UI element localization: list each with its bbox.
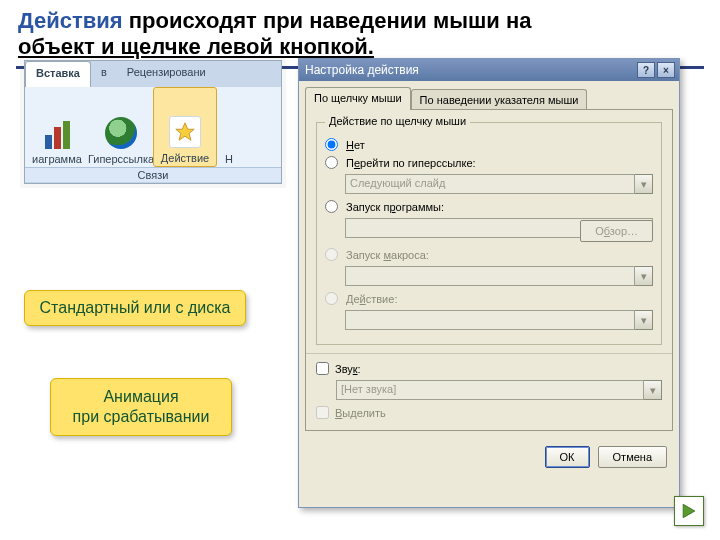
help-button[interactable]: ? — [637, 62, 655, 78]
ribbon-tab-2[interactable]: в — [91, 61, 117, 87]
ribbon-tab-insert[interactable]: Вставка — [25, 61, 91, 87]
check-highlight-input — [316, 406, 329, 419]
macro-combo: ▾ — [345, 266, 653, 286]
cancel-button[interactable]: Отмена — [598, 446, 667, 468]
hyperlink-combo[interactable]: Следующий слайд ▾ — [345, 174, 653, 194]
globe-icon — [105, 117, 137, 149]
radio-run-program[interactable]: Запуск программы: — [325, 200, 653, 213]
radio-none[interactable]: Нет — [325, 138, 653, 151]
radio-object-action: Действие: — [325, 292, 653, 305]
ribbon-button-chart[interactable]: иаграмма — [25, 87, 89, 167]
hyperlink-combo-field: Следующий слайд — [345, 174, 635, 194]
ribbon-tab-review[interactable]: Рецензировани — [117, 61, 216, 87]
radio-run-program-label: Запуск программы: — [346, 201, 444, 213]
object-action-combo: ▾ — [345, 310, 653, 330]
svg-marker-1 — [683, 504, 695, 517]
ribbon-screenshot: Вставка в Рецензировани иаграмма Гиперсс… — [24, 60, 282, 184]
radio-hyperlink-input[interactable] — [325, 156, 338, 169]
separator — [306, 353, 672, 354]
chart-icon — [41, 117, 73, 149]
radio-run-program-input[interactable] — [325, 200, 338, 213]
chevron-down-icon[interactable]: ▾ — [635, 174, 653, 194]
next-slide-button[interactable] — [674, 496, 704, 526]
close-button[interactable]: × — [657, 62, 675, 78]
chevron-down-icon: ▾ — [635, 310, 653, 330]
ribbon-group-label: Связи — [25, 167, 281, 182]
callout-standard: Стандартный или с диска — [24, 290, 246, 326]
groupbox-legend: Действие по щелчку мыши — [325, 115, 470, 127]
star-icon — [169, 116, 201, 148]
chevron-down-icon: ▾ — [635, 266, 653, 286]
callout-animation: Анимация при срабатывании — [50, 378, 232, 436]
radio-hyperlink[interactable]: Перейти по гиперссылке: — [325, 156, 653, 169]
ribbon-button-hyperlink-label: Гиперссылка — [88, 153, 154, 165]
radio-run-macro-label: Запуск макроса: — [346, 249, 429, 261]
tab-panel: Действие по щелчку мыши Нет Перейти по г… — [305, 109, 673, 431]
action-settings-dialog: Настройка действия ? × По щелчку мыши По… — [298, 58, 680, 508]
ribbon-button-action-label: Действие — [161, 152, 209, 164]
dialog-title: Настройка действия — [305, 63, 635, 77]
title-underlined: объект и щелчке левой кнопкой. — [18, 34, 374, 59]
ok-button[interactable]: ОК — [545, 446, 590, 468]
tab-on-hover[interactable]: По наведении указателя мыши — [411, 89, 588, 110]
radio-object-action-input — [325, 292, 338, 305]
ribbon-button-next-label: Н — [225, 153, 233, 165]
radio-object-action-label: Действие: — [346, 293, 397, 305]
ribbon-button-action[interactable]: Действие — [153, 87, 217, 167]
check-highlight: Выделить — [316, 406, 662, 419]
check-sound-input[interactable] — [316, 362, 329, 375]
radio-none-input[interactable] — [325, 138, 338, 151]
dialog-titlebar[interactable]: Настройка действия ? × — [299, 59, 679, 81]
page-title: Действия происходят при наведении мыши н… — [0, 0, 720, 62]
macro-combo-field — [345, 266, 635, 286]
svg-marker-0 — [176, 123, 194, 140]
ribbon-button-next[interactable]: Н — [217, 87, 241, 167]
radio-hyperlink-label: Перейти по гиперссылке: — [346, 157, 476, 169]
radio-run-macro-input — [325, 248, 338, 261]
check-sound-label: Звук: — [335, 363, 361, 375]
title-accent: Действия — [18, 8, 123, 33]
ribbon-button-chart-label: иаграмма — [32, 153, 82, 165]
sound-combo-field: [Нет звука] — [336, 380, 644, 400]
object-action-field — [345, 310, 635, 330]
arrow-right-icon — [679, 501, 699, 521]
browse-button[interactable]: Обзор… — [580, 220, 653, 242]
sound-combo[interactable]: [Нет звука] ▾ — [336, 380, 662, 400]
chevron-down-icon[interactable]: ▾ — [644, 380, 662, 400]
action-groupbox: Действие по щелчку мыши Нет Перейти по г… — [316, 122, 662, 345]
callout-animation-l1: Анимация — [103, 388, 178, 405]
tab-on-click[interactable]: По щелчку мыши — [305, 87, 411, 110]
check-highlight-label: Выделить — [335, 407, 386, 419]
radio-run-macro: Запуск макроса: — [325, 248, 653, 261]
check-sound[interactable]: Звук: — [316, 362, 662, 375]
dialog-button-row: ОК Отмена — [299, 438, 679, 476]
title-text-1: происходят при наведении мыши на — [123, 8, 532, 33]
radio-none-label: Нет — [346, 139, 365, 151]
ribbon-button-hyperlink[interactable]: Гиперссылка — [89, 87, 153, 167]
callout-animation-l2: при срабатывании — [73, 408, 210, 425]
